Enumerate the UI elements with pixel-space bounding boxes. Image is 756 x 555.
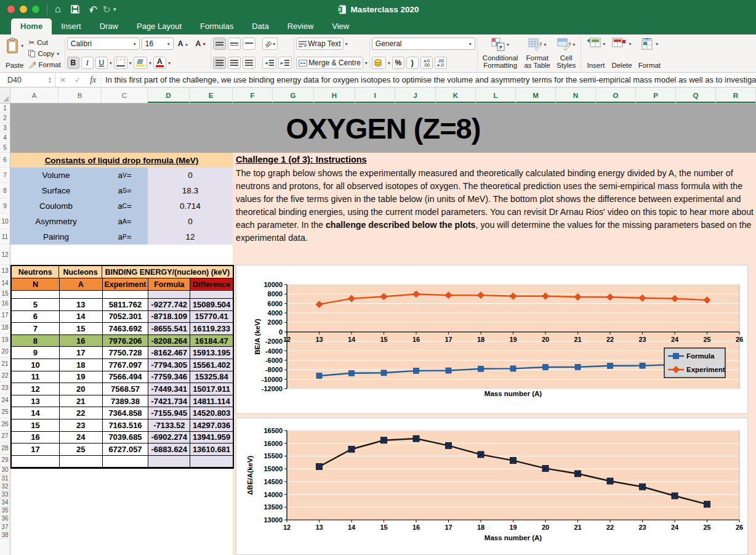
row-header-8[interactable]: 8	[0, 183, 10, 198]
header-binding-energy[interactable]: BINDING ENERGY/(nucleon) (keV)	[102, 266, 233, 278]
underline-button[interactable]: U	[95, 57, 108, 69]
increase-decimal-button[interactable]: ◂.0.00	[420, 57, 433, 69]
data-cell[interactable]: 5	[12, 299, 60, 311]
currency-dropdown-arrow[interactable]: ▾	[388, 60, 390, 66]
data-cell[interactable]: 18	[60, 359, 103, 371]
column-header-Q[interactable]: Q	[676, 87, 716, 103]
row-header-3[interactable]: 3	[0, 123, 10, 133]
increase-indent-button[interactable]: ▸	[278, 57, 292, 69]
constant-name[interactable]: Pairing	[10, 229, 102, 245]
data-cell[interactable]: 19	[60, 371, 103, 384]
insert-function-icon[interactable]: fx	[90, 75, 96, 85]
empty-cell[interactable]	[103, 456, 149, 468]
conditional-formatting-button[interactable]: ≠▾ ConditionalFormatting	[480, 36, 521, 70]
tab-formulas[interactable]: Formulas	[191, 18, 243, 34]
subheader-formula[interactable]: Formula	[148, 278, 190, 291]
align-middle-button[interactable]	[228, 38, 241, 50]
top-chart[interactable]: -12000-10000-8000-6000-4000-200002000400…	[236, 265, 748, 414]
row-header-5[interactable]: 5	[0, 143, 10, 153]
paste-dropdown-arrow[interactable]: ▾	[21, 43, 23, 49]
data-cell[interactable]: 13610.681	[190, 444, 233, 456]
empty-cell[interactable]	[12, 291, 60, 299]
empty-cell[interactable]	[12, 456, 60, 468]
column-header-L[interactable]: L	[476, 87, 516, 103]
column-header-O[interactable]: O	[596, 87, 636, 103]
number-format-select[interactable]: General▾	[372, 38, 475, 50]
data-cell[interactable]: 14	[12, 407, 60, 419]
data-cell[interactable]: 9	[12, 347, 60, 359]
currency-button[interactable]	[372, 57, 386, 69]
data-cell[interactable]: 7463.692	[103, 323, 149, 335]
header-nucleons[interactable]: Nucleons	[59, 266, 102, 278]
copy-button[interactable]: Copy▾	[26, 49, 62, 58]
constant-value-cell[interactable]: 0.714	[148, 198, 233, 214]
orientation-button[interactable]: ab▾	[262, 38, 278, 50]
data-cell[interactable]: 11	[12, 371, 60, 384]
data-cell[interactable]: 6	[12, 311, 60, 323]
zoom-window-button[interactable]	[32, 6, 39, 13]
constant-name[interactable]: Asymmetry	[10, 214, 102, 229]
tab-page-layout[interactable]: Page Layout	[127, 18, 191, 34]
column-header-C[interactable]: C	[102, 87, 148, 103]
data-cell[interactable]: 15770.41	[190, 311, 233, 323]
sheet-grid[interactable]: OXYGEN (Z=8) Constants of liquid drop fo…	[0, 103, 756, 555]
column-header-J[interactable]: J	[395, 87, 436, 103]
comma-style-button[interactable]: )	[406, 57, 419, 69]
font-family-select[interactable]: Calibri▾	[67, 38, 140, 50]
data-cell[interactable]: 5811.762	[103, 299, 149, 311]
column-header-I[interactable]: I	[355, 87, 395, 103]
merge-centre-button[interactable]: Merge & Centre	[296, 57, 363, 69]
column-header-H[interactable]: H	[314, 87, 355, 103]
format-as-table-button[interactable]: ▾ Formatas Table	[521, 36, 553, 70]
tab-draw[interactable]: Draw	[90, 18, 127, 34]
data-cell[interactable]: -8208.264	[148, 335, 190, 347]
cell-styles-button[interactable]: ▾ CellStyles	[553, 36, 579, 70]
select-all-corner[interactable]	[0, 87, 10, 103]
column-header-A[interactable]: A	[10, 87, 58, 103]
data-cell[interactable]: 14297.036	[190, 419, 233, 432]
align-right-button[interactable]	[243, 57, 255, 69]
redo-button[interactable]: ↻	[103, 4, 111, 15]
data-cell[interactable]: 6727.057	[103, 444, 149, 456]
constant-symbol[interactable]: aC=	[102, 198, 148, 214]
row-header-2[interactable]: 2	[0, 113, 10, 123]
data-cell[interactable]: 15561.402	[190, 359, 233, 371]
column-header-N[interactable]: N	[556, 87, 596, 103]
column-header-R[interactable]: R	[716, 87, 756, 103]
row-header-21[interactable]: 21	[0, 358, 10, 370]
data-cell[interactable]: -7449.341	[148, 383, 190, 395]
subheader-n[interactable]: N	[12, 278, 60, 291]
column-header-P[interactable]: P	[636, 87, 676, 103]
tab-review[interactable]: Review	[278, 18, 323, 34]
align-left-button[interactable]	[213, 57, 226, 69]
cancel-icon[interactable]: ✕	[60, 76, 66, 84]
formula-input[interactable]: In this first part of the challenge, we …	[101, 75, 756, 84]
constant-symbol[interactable]: aA=	[102, 214, 148, 229]
subheader-a[interactable]: A	[60, 278, 103, 291]
data-cell[interactable]: -9277.742	[148, 299, 190, 311]
row-header-24[interactable]: 24	[0, 394, 10, 407]
column-header-F[interactable]: F	[233, 87, 273, 103]
data-cell[interactable]: 13	[60, 299, 103, 311]
data-cell[interactable]: -6883.624	[148, 444, 190, 456]
name-box[interactable]: D40 ▲▼	[0, 73, 55, 87]
column-header-M[interactable]: M	[516, 87, 556, 103]
row-header-38[interactable]: 38	[0, 531, 10, 539]
row-header-7[interactable]: 7	[0, 168, 10, 183]
sheet-title-banner[interactable]: OXYGEN (Z=8)	[10, 103, 756, 153]
row-header-37[interactable]: 37	[0, 523, 10, 531]
row-header-10[interactable]: 10	[0, 214, 10, 229]
constant-name[interactable]: Surface	[10, 183, 102, 198]
bold-button[interactable]: B	[67, 57, 79, 69]
data-cell[interactable]: -7421.734	[148, 395, 190, 408]
data-cell[interactable]: 13	[12, 395, 60, 408]
shrink-font-button[interactable]: A▼	[193, 38, 209, 50]
data-cell[interactable]: 15089.504	[190, 299, 233, 311]
row-header-1[interactable]: 1	[0, 103, 10, 113]
bottom-chart[interactable]: 1300013500140001450015000155001600016500…	[236, 418, 748, 555]
row-header-36[interactable]: 36	[0, 515, 10, 523]
save-icon[interactable]	[71, 5, 79, 14]
row-header-29[interactable]: 29	[0, 455, 10, 466]
constant-value-cell[interactable]: 18.3	[148, 183, 233, 198]
data-cell[interactable]: 24	[60, 432, 103, 444]
